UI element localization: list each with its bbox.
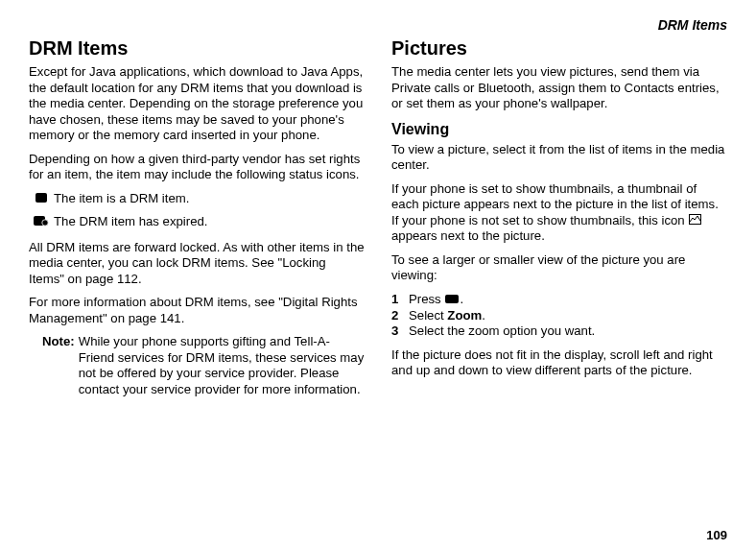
svg-rect-0 xyxy=(35,193,47,203)
list-item: 1 Press . xyxy=(391,292,727,308)
step-bold: Zoom xyxy=(447,308,482,323)
para-thumbnails-post: appears next to the picture. xyxy=(391,228,545,243)
icon-row: The DRM item has expired. xyxy=(29,214,365,230)
step-number: 3 xyxy=(391,323,409,340)
para-drm-intro: Except for Java applications, which down… xyxy=(29,64,365,144)
step-body: Select the zoom option you want. xyxy=(409,323,727,340)
list-item: 3 Select the zoom option you want. xyxy=(391,323,727,340)
heading-pictures: Pictures xyxy=(391,36,727,60)
step-number: 2 xyxy=(391,308,409,324)
step-number: 1 xyxy=(391,292,409,308)
steps-list: 1 Press . 2 Select Zoom. 3 Select the zo… xyxy=(391,292,727,340)
drm-item-icon xyxy=(29,191,54,203)
para-thumbnails: If your phone is set to show thumbnails,… xyxy=(391,181,727,245)
heading-viewing: Viewing xyxy=(391,120,727,139)
drm-icon-list: The item is a DRM item. The DRM item has… xyxy=(29,191,365,230)
step-text-post: . xyxy=(460,292,463,306)
step-body: Press . xyxy=(409,292,727,308)
para-viewing-select: To view a picture, select it from the li… xyxy=(391,142,727,174)
para-zoom-intro: To see a larger or smaller view of the p… xyxy=(391,252,727,284)
para-drm-status: Depending on how a given third-party ven… xyxy=(29,152,365,183)
picture-placeholder-icon xyxy=(689,213,701,229)
para-pictures-intro: The media center lets you view pictures,… xyxy=(391,64,727,112)
icon-row: The item is a DRM item. xyxy=(29,191,365,207)
icon-row-text: The item is a DRM item. xyxy=(54,191,365,207)
para-thumbnails-pre: If your phone is set to show thumbnails,… xyxy=(391,181,719,227)
left-column: DRM Items Except for Java applications, … xyxy=(29,36,365,397)
menu-key-icon xyxy=(445,292,459,308)
list-item: 2 Select Zoom. xyxy=(391,308,727,324)
svg-point-2 xyxy=(42,220,48,226)
drm-expired-icon xyxy=(29,214,54,227)
step-body: Select Zoom. xyxy=(409,308,727,324)
para-drm-more-info: For more information about DRM items, se… xyxy=(29,295,365,326)
icon-row-text: The DRM item has expired. xyxy=(54,214,365,230)
note-label: Note: xyxy=(42,334,75,397)
para-scroll: If the picture does not fit in the displ… xyxy=(391,347,727,379)
step-text-pre: Select xyxy=(409,308,447,323)
step-text-pre: Press xyxy=(409,292,444,306)
page-number: 109 xyxy=(706,528,727,542)
note-body: While your phone supports gifting and Te… xyxy=(79,334,365,397)
note-block: Note: While your phone supports gifting … xyxy=(29,334,365,397)
step-text-post: . xyxy=(482,308,485,323)
step-text-pre: Select the zoom option you want. xyxy=(409,323,595,338)
right-column: Pictures The media center lets you view … xyxy=(391,36,727,397)
two-column-layout: DRM Items Except for Java applications, … xyxy=(29,36,727,397)
running-header: DRM Items xyxy=(29,17,727,33)
svg-rect-4 xyxy=(445,295,459,303)
para-forward-locked: All DRM items are forward locked. As wit… xyxy=(29,240,365,288)
heading-drm-items: DRM Items xyxy=(29,36,365,60)
